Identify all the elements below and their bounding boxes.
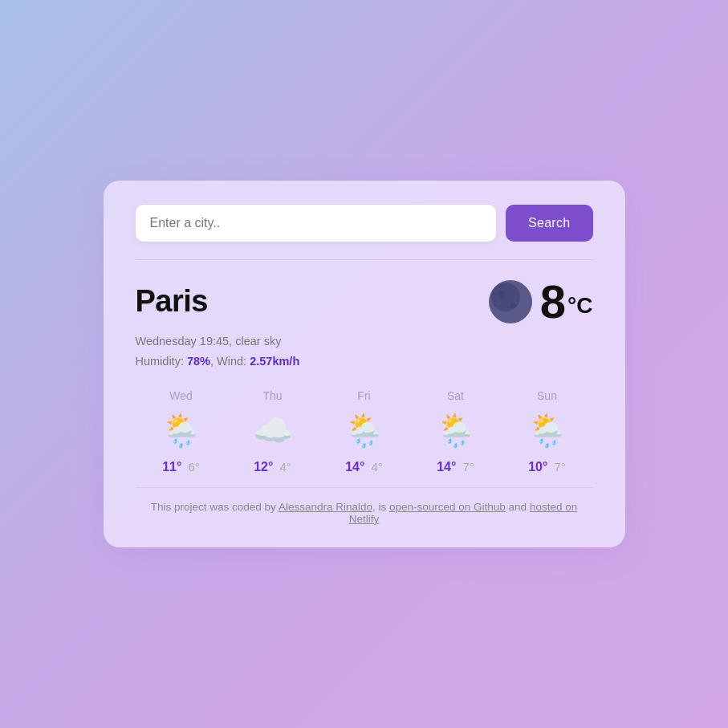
humidity-value: 78% (187, 355, 210, 368)
forecast-icon: 🌦️ (436, 410, 476, 450)
footer-mid: , is (372, 501, 389, 513)
forecast-low: 4° (371, 460, 382, 474)
day-label: Sun (537, 389, 557, 402)
city-name: Paris (136, 284, 208, 319)
day-label: Fri (357, 389, 370, 402)
forecast-icon: ☁️ (253, 410, 293, 450)
humidity-wind: Humidity: 78%, Wind: 2.57km/h (136, 352, 593, 372)
top-divider (136, 259, 593, 260)
forecast-day: Sat 🌦️ 14° 7° (410, 389, 502, 474)
moon-icon (489, 280, 532, 323)
forecast-low: 6° (188, 460, 199, 474)
forecast-temps: 10° 7° (528, 460, 566, 474)
svg-point-2 (498, 291, 506, 299)
weather-card: Search Paris 8°C Wednesday 19:45, clear … (104, 181, 625, 547)
city-search-input[interactable] (136, 205, 497, 242)
forecast-low: 7° (462, 460, 474, 474)
footer-text: This project was coded by (151, 501, 279, 513)
github-link[interactable]: open-sourced on Github (389, 501, 506, 513)
footer: This project was coded by Alessandra Rin… (136, 501, 593, 525)
forecast-temps: 12° 4° (254, 460, 291, 474)
forecast-low: 7° (554, 460, 565, 474)
wind-label: Wind: (217, 355, 246, 368)
forecast-temps: 14° 7° (437, 460, 474, 474)
day-label: Sat (447, 389, 464, 402)
forecast-temps: 14° 4° (345, 460, 383, 474)
forecast-row: Wed 🌦️ 11° 6° Thu ☁️ 12° 4° Fri 🌦️ 14° 4… (136, 389, 593, 474)
day-label: Wed (169, 389, 193, 402)
forecast-high: 11° (162, 460, 181, 474)
forecast-day: Sun 🌦️ 10° 7° (502, 389, 593, 474)
search-row: Search (136, 205, 593, 242)
forecast-high: 14° (437, 460, 456, 474)
svg-point-1 (491, 283, 520, 311)
footer-divider (136, 487, 593, 488)
search-button[interactable]: Search (506, 205, 593, 242)
humidity-label: Humidity: (136, 355, 184, 368)
footer-and: and (506, 501, 530, 513)
forecast-day: Fri 🌦️ 14° 4° (319, 389, 410, 474)
forecast-high: 12° (254, 460, 273, 474)
forecast-temps: 11° 6° (162, 460, 200, 474)
current-temperature: 8°C (540, 275, 593, 328)
weather-description: Wednesday 19:45, clear sky (136, 331, 593, 352)
forecast-low: 4° (279, 460, 291, 474)
author-link[interactable]: Alessandra Rinaldo (279, 501, 372, 513)
forecast-high: 10° (528, 460, 547, 474)
forecast-high: 14° (345, 460, 364, 474)
temp-unit: °C (567, 293, 592, 318)
forecast-day: Thu ☁️ 12° 4° (227, 389, 319, 474)
wind-value: 2.57km/h (250, 355, 299, 368)
day-label: Thu (262, 389, 282, 402)
temperature-block: 8°C (489, 275, 593, 328)
svg-point-3 (510, 303, 515, 308)
current-weather-section: Paris 8°C (136, 275, 593, 328)
forecast-icon: 🌦️ (344, 410, 384, 450)
forecast-day: Wed 🌦️ 11° 6° (136, 389, 227, 474)
forecast-icon: 🌦️ (527, 410, 567, 450)
forecast-icon: 🌦️ (161, 410, 201, 450)
weather-details: Wednesday 19:45, clear sky Humidity: 78%… (136, 331, 593, 371)
